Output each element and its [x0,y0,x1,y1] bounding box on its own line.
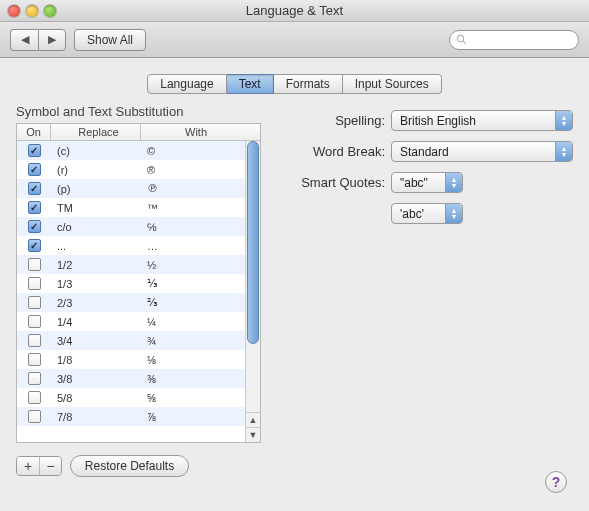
with-cell[interactable]: ¾ [141,335,245,347]
row-checkbox[interactable] [28,239,41,252]
replace-cell[interactable]: c/o [51,221,141,233]
row-checkbox[interactable] [28,258,41,271]
with-cell[interactable]: ⅛ [141,354,245,366]
svg-point-0 [457,35,463,41]
with-cell[interactable]: ℅ [141,221,245,233]
section-title: Symbol and Text Substitution [16,104,261,119]
smartquotes-single-select[interactable]: 'abc' ▲▼ [391,203,463,224]
zoom-button[interactable] [44,5,56,17]
with-cell[interactable]: ℗ [141,182,245,195]
table-row[interactable]: 3/8⅜ [17,369,245,388]
tab-language[interactable]: Language [147,74,226,94]
with-cell[interactable]: © [141,145,245,157]
help-button[interactable]: ? [545,471,567,493]
select-arrows-icon: ▲▼ [445,204,462,223]
column-with[interactable]: With [141,124,245,140]
window-controls [8,5,56,17]
tab-input-sources[interactable]: Input Sources [343,74,442,94]
row-checkbox[interactable] [28,220,41,233]
replace-cell[interactable]: 1/3 [51,278,141,290]
column-on[interactable]: On [17,124,51,140]
wordbreak-value: Standard [400,145,449,159]
row-checkbox[interactable] [28,201,41,214]
toolbar: ◀ ▶ Show All [0,22,589,58]
row-checkbox[interactable] [28,372,41,385]
forward-button[interactable]: ▶ [38,29,66,51]
search-input[interactable] [449,30,579,50]
row-checkbox[interactable] [28,410,41,423]
back-button[interactable]: ◀ [10,29,38,51]
with-cell[interactable]: … [141,240,245,252]
table-row[interactable]: c/o℅ [17,217,245,236]
table-row[interactable]: 1/8⅛ [17,350,245,369]
replace-cell[interactable]: 1/8 [51,354,141,366]
smartquotes-single-value: 'abc' [400,207,424,221]
scroll-down-button[interactable]: ▼ [246,427,260,442]
wordbreak-label: Word Break: [283,144,385,159]
with-cell[interactable]: ⅔ [141,296,245,309]
table-row[interactable]: 7/8⅞ [17,407,245,426]
wordbreak-select[interactable]: Standard ▲▼ [391,141,573,162]
row-checkbox[interactable] [28,334,41,347]
with-cell[interactable]: ½ [141,259,245,271]
with-cell[interactable]: ® [141,164,245,176]
with-cell[interactable]: ⅝ [141,392,245,404]
table-row[interactable]: 1/2½ [17,255,245,274]
replace-cell[interactable]: ... [51,240,141,252]
with-cell[interactable]: ™ [141,202,245,214]
row-checkbox[interactable] [28,163,41,176]
select-arrows-icon: ▲▼ [445,173,462,192]
replace-cell[interactable]: 3/8 [51,373,141,385]
table-row[interactable]: 1/3⅓ [17,274,245,293]
close-button[interactable] [8,5,20,17]
scrollbar[interactable]: ▲ ▼ [245,141,260,442]
replace-cell[interactable]: 5/8 [51,392,141,404]
replace-cell[interactable]: 2/3 [51,297,141,309]
with-cell[interactable]: ⅜ [141,373,245,385]
select-arrows-icon: ▲▼ [555,111,572,130]
table-row[interactable]: TM™ [17,198,245,217]
substitution-table: On Replace With (c)©(r)®(p)℗TM™c/o℅...…1… [16,123,261,443]
replace-cell[interactable]: 1/2 [51,259,141,271]
minimize-button[interactable] [26,5,38,17]
spelling-value: British English [400,114,476,128]
table-row[interactable]: 5/8⅝ [17,388,245,407]
remove-button[interactable]: − [39,457,61,475]
column-replace[interactable]: Replace [51,124,141,140]
with-cell[interactable]: ⅓ [141,277,245,290]
replace-cell[interactable]: TM [51,202,141,214]
spelling-select[interactable]: British English ▲▼ [391,110,573,131]
tab-text[interactable]: Text [227,74,274,94]
row-checkbox[interactable] [28,391,41,404]
replace-cell[interactable]: (r) [51,164,141,176]
table-row[interactable]: 3/4¾ [17,331,245,350]
table-row[interactable]: (r)® [17,160,245,179]
svg-line-1 [463,41,466,44]
replace-cell[interactable]: (p) [51,183,141,195]
scroll-thumb[interactable] [247,141,259,344]
table-row[interactable]: 1/4¼ [17,312,245,331]
table-row[interactable]: (c)© [17,141,245,160]
restore-defaults-button[interactable]: Restore Defaults [70,455,189,477]
row-checkbox[interactable] [28,182,41,195]
smartquotes-double-select[interactable]: "abc" ▲▼ [391,172,463,193]
tab-formats[interactable]: Formats [274,74,343,94]
table-row[interactable]: ...… [17,236,245,255]
row-checkbox[interactable] [28,277,41,290]
show-all-button[interactable]: Show All [74,29,146,51]
table-row[interactable]: 2/3⅔ [17,293,245,312]
with-cell[interactable]: ⅞ [141,411,245,423]
with-cell[interactable]: ¼ [141,316,245,328]
replace-cell[interactable]: 7/8 [51,411,141,423]
replace-cell[interactable]: (c) [51,145,141,157]
table-row[interactable]: (p)℗ [17,179,245,198]
add-button[interactable]: + [17,457,39,475]
row-checkbox[interactable] [28,296,41,309]
scroll-up-button[interactable]: ▲ [246,412,260,427]
replace-cell[interactable]: 3/4 [51,335,141,347]
window-title: Language & Text [0,3,589,18]
replace-cell[interactable]: 1/4 [51,316,141,328]
row-checkbox[interactable] [28,144,41,157]
row-checkbox[interactable] [28,353,41,366]
row-checkbox[interactable] [28,315,41,328]
